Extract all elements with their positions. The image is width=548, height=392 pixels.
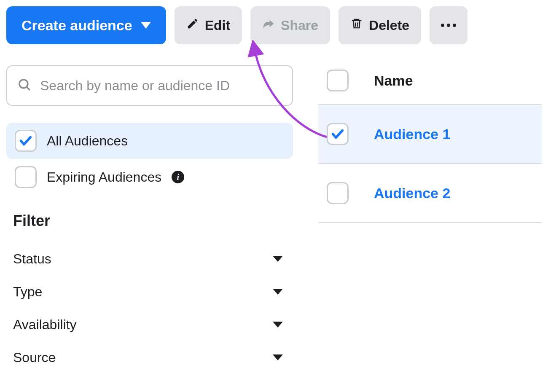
search-field[interactable] <box>6 65 293 106</box>
toolbar: Create audience Edit Share Delete <box>6 6 542 44</box>
filter-label: Source <box>13 350 56 365</box>
more-button[interactable] <box>430 6 467 44</box>
share-icon <box>262 17 275 33</box>
search-input[interactable] <box>39 78 282 94</box>
table-row[interactable]: Audience 1 <box>318 105 542 164</box>
trash-icon <box>350 17 363 33</box>
edit-button[interactable]: Edit <box>175 6 242 44</box>
pencil-icon <box>186 17 199 33</box>
more-icon <box>441 24 456 27</box>
table-header: Name <box>318 65 542 105</box>
share-button[interactable]: Share <box>250 6 330 44</box>
column-name-header: Name <box>374 72 413 89</box>
audience-scope-list: All Audiences Expiring Audiences i <box>6 123 293 195</box>
sidebar-item-all-audiences[interactable]: All Audiences <box>6 123 293 159</box>
svg-line-1 <box>27 87 30 90</box>
checkbox[interactable] <box>15 130 37 152</box>
search-icon <box>17 78 32 94</box>
create-audience-label: Create audience <box>21 17 132 34</box>
audience-link[interactable]: Audience 1 <box>374 126 450 142</box>
create-audience-button[interactable]: Create audience <box>6 6 166 44</box>
chevron-down-icon <box>273 354 283 360</box>
caret-down-icon <box>141 22 151 29</box>
chevron-down-icon <box>273 256 283 262</box>
select-all-checkbox[interactable] <box>327 70 349 91</box>
chevron-down-icon <box>273 289 283 295</box>
filter-label: Type <box>13 284 42 300</box>
delete-label: Delete <box>369 18 409 33</box>
filter-status[interactable]: Status <box>6 242 293 275</box>
filter-availability[interactable]: Availability <box>6 308 293 341</box>
sidebar-item-label: All Audiences <box>47 133 128 149</box>
filter-heading: Filter <box>13 212 293 230</box>
chevron-down-icon <box>273 322 283 328</box>
share-label: Share <box>281 18 318 33</box>
filter-source[interactable]: Source <box>6 341 293 374</box>
sidebar-item-label: Expiring Audiences <box>47 169 161 185</box>
audience-link[interactable]: Audience 2 <box>374 185 450 201</box>
row-checkbox[interactable] <box>327 182 349 204</box>
filter-label: Status <box>13 251 51 267</box>
checkbox[interactable] <box>15 166 37 188</box>
filter-label: Availability <box>13 317 77 333</box>
sidebar-item-expiring-audiences[interactable]: Expiring Audiences i <box>6 159 293 195</box>
edit-label: Edit <box>205 18 230 33</box>
delete-button[interactable]: Delete <box>338 6 421 44</box>
info-icon[interactable]: i <box>172 171 184 183</box>
svg-point-0 <box>19 80 28 88</box>
table-row[interactable]: Audience 2 <box>318 164 542 223</box>
filter-type[interactable]: Type <box>6 275 293 308</box>
row-checkbox[interactable] <box>327 123 349 145</box>
